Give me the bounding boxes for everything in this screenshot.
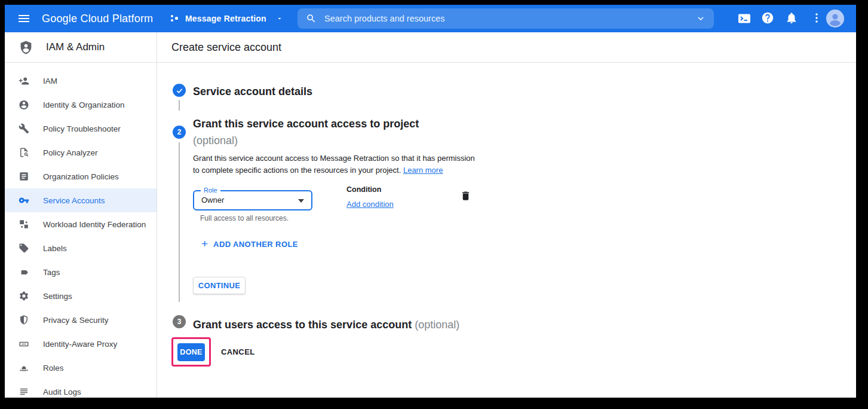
sidebar-item-label: Privacy & Security [43,316,109,325]
sidebar-menu: IAM Identity & Organization Policy Troub… [5,63,157,398]
step3-number-circle: 3 [173,315,186,328]
check-circle-icon [176,87,183,94]
cloud-shell-icon [737,11,752,26]
dropdown-caret-icon [298,199,304,203]
add-another-role-button[interactable]: + ADD ANOTHER ROLE [201,239,298,249]
sidebar-item-label: Audit Logs [43,387,81,396]
document-lines-icon [19,171,29,182]
role-helper-text: Full access to all resources. [200,214,289,222]
browser-viewport: Google Cloud Platform Message Retraction [5,5,856,398]
step2-description: Grant this service account access to Mes… [193,152,481,176]
sidebar-item-service-accounts[interactable]: Service Accounts [5,188,157,212]
sidebar-item-tags[interactable]: Tags [5,260,157,284]
continue-button[interactable]: CONTINUE [193,277,246,294]
gcp-brand-text[interactable]: Google Cloud Platform [42,5,153,32]
trash-icon [460,190,471,202]
wrench-icon [19,123,29,134]
sidebar-item-settings[interactable]: Settings [5,284,157,308]
role-dropdown[interactable]: Role Owner [193,190,312,210]
sidebar-item-organization-policies[interactable]: Organization Policies [5,164,157,188]
proxy-icon [19,338,29,350]
person-add-icon [19,75,29,87]
help-icon [761,11,774,25]
sidebar-item-label: Policy Analyzer [43,148,98,157]
cancel-button[interactable]: CANCEL [221,346,255,359]
grid-squares-icon [19,219,29,230]
chevron-down-icon[interactable] [696,14,706,23]
shield-person-icon [19,40,33,55]
help-button[interactable] [761,11,775,26]
sidebar-item-label: IAM [43,77,57,86]
document-search-icon [19,147,29,158]
create-service-account-form: Service account details 2 Grant this ser… [157,63,856,398]
sidebar-item-policy-analyzer[interactable]: Policy Analyzer [5,141,157,164]
add-condition-link[interactable]: Add condition [346,200,394,209]
main-content: Create service account Service account d… [157,32,856,398]
topbar: Google Cloud Platform Message Retraction [5,5,856,32]
hamburger-icon [17,11,31,26]
sidebar-title: IAM & Admin [46,41,105,53]
step3-title: Grant users access to this service accou… [193,316,563,333]
sidebar-item-roles[interactable]: Roles [5,356,157,380]
project-dots-icon [170,13,180,24]
step2-optional-label: (optional) [193,135,238,146]
step3-optional-label: (optional) [415,319,459,331]
condition-label: Condition [346,185,381,194]
sidebar-item-label: Tags [43,268,60,277]
tag-arrow-icon [19,267,29,277]
learn-more-link[interactable]: Learn more [403,166,443,175]
search-input[interactable] [324,14,696,23]
sidebar-item-label: Identity-Aware Proxy [43,340,117,349]
step-connector [179,142,180,302]
sidebar-item-identity-aware-proxy[interactable]: Identity-Aware Proxy [5,332,157,356]
shield-icon [19,315,29,325]
search-icon [306,13,317,24]
done-button[interactable]: DONE [177,343,205,361]
page-header: Create service account [157,32,856,63]
notifications-icon [785,11,798,25]
more-options-button[interactable] [810,11,824,26]
step3-title-text: Grant users access to this service accou… [193,319,412,331]
sidebar-item-label: Identity & Organization [43,100,125,109]
done-button-annotation-highlight: DONE [171,337,211,367]
sidebar-item-identity-organization[interactable]: Identity & Organization [5,93,157,117]
account-circle-icon [19,99,29,111]
hat-icon [19,362,29,374]
cloud-shell-button[interactable] [737,11,752,26]
step1-check-circle [173,84,186,97]
sidebar-item-policy-troubleshooter[interactable]: Policy Troubleshooter [5,117,157,141]
sidebar-item-label: Organization Policies [43,172,119,181]
plus-icon: + [201,239,208,249]
step2-title: Grant this service account access to pro… [193,115,468,149]
sidebar-item-label: Roles [43,364,64,373]
key-icon [19,194,29,206]
add-another-role-label: ADD ANOTHER ROLE [213,240,298,249]
list-lines-icon [19,386,29,397]
sidebar-item-privacy-security[interactable]: Privacy & Security [5,308,157,332]
notifications-button[interactable] [785,11,799,26]
sidebar-item-label: Service Accounts [43,196,105,205]
gear-icon [19,291,29,301]
step1-title: Service account details [193,83,312,100]
sidebar-item-workload-identity-federation[interactable]: Workload Identity Federation [5,212,157,236]
sidebar: IAM & Admin IAM Identity & Organization … [5,32,157,398]
sidebar-item-label: Policy Troubleshooter [43,124,121,133]
sidebar-item-iam[interactable]: IAM [5,69,157,93]
avatar-person-icon [826,10,844,28]
avatar[interactable] [826,10,844,28]
sidebar-item-label: Labels [43,244,67,253]
role-selected-value: Owner [201,191,224,209]
page-title: Create service account [171,41,281,54]
tag-icon [19,243,29,254]
sidebar-item-audit-logs[interactable]: Audit Logs [5,380,157,398]
project-selector[interactable]: Message Retraction [170,5,283,32]
sidebar-item-label: Workload Identity Federation [43,220,146,229]
sidebar-item-labels[interactable]: Labels [5,236,157,260]
step2-title-text: Grant this service account access to pro… [193,118,419,130]
more-options-icon [810,11,823,25]
caret-down-icon [276,15,283,22]
step2-number: 2 [177,128,182,136]
delete-role-button[interactable] [460,190,471,204]
project-name: Message Retraction [185,14,266,23]
hamburger-menu-button[interactable] [17,11,31,26]
